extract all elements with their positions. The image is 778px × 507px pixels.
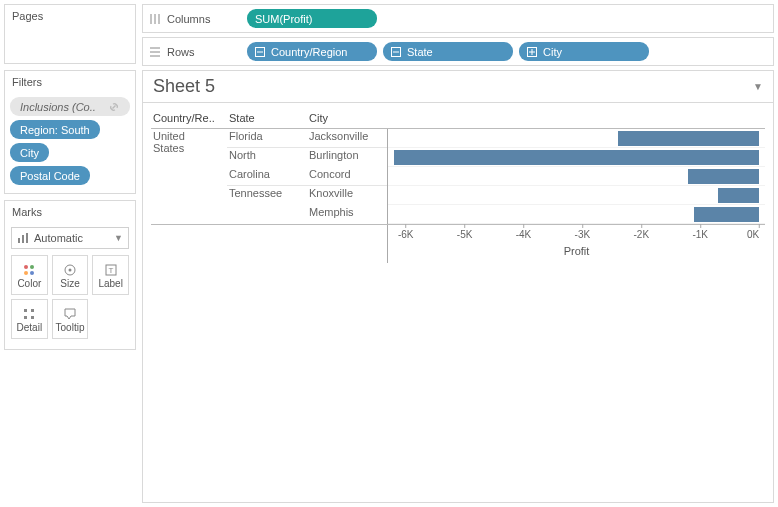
svg-point-5 <box>24 271 28 275</box>
pill-label: SUM(Profit) <box>255 13 312 25</box>
pill-label: State <box>407 46 433 58</box>
header-chart-spacer <box>387 109 765 129</box>
columns-label: Columns <box>167 13 210 25</box>
chart-bar-row <box>388 186 765 205</box>
detail-icon <box>22 306 36 322</box>
header-state[interactable]: State <box>227 109 307 129</box>
svg-rect-0 <box>18 238 20 243</box>
chart-bar[interactable] <box>694 207 759 222</box>
marks-label-button[interactable]: T Label <box>92 255 129 295</box>
sheet-dropdown-icon[interactable]: ▼ <box>753 81 763 92</box>
row-state-florida[interactable]: Florida <box>227 129 307 148</box>
sheet-title[interactable]: Sheet 5 <box>153 76 215 97</box>
row-country[interactable]: United States <box>151 129 227 224</box>
row-city-kno[interactable]: Knoxville <box>307 186 387 205</box>
row-state-tn[interactable]: Tennessee <box>227 186 307 224</box>
chart-bar-row <box>388 205 765 224</box>
header-city[interactable]: City <box>307 109 387 129</box>
filter-pill-inclusions[interactable]: Inclusions (Co.. <box>10 97 130 116</box>
axis-title: Profit <box>564 245 590 257</box>
svg-rect-1 <box>22 235 24 243</box>
axis-tick: -6K <box>398 225 414 240</box>
axis-tick: 0K <box>747 225 759 240</box>
axis-tick: -1K <box>692 225 708 240</box>
columns-pill-profit[interactable]: SUM(Profit) <box>247 9 377 28</box>
chart-bar-row <box>388 167 765 186</box>
axis-tick: -3K <box>575 225 591 240</box>
svg-rect-12 <box>31 309 34 312</box>
axis-tick: -2K <box>634 225 650 240</box>
filter-pill-postal[interactable]: Postal Code <box>10 166 90 185</box>
svg-point-8 <box>68 268 71 271</box>
marks-type-label: Automatic <box>34 232 83 244</box>
row-state-nc2[interactable]: Carolina <box>227 167 307 186</box>
chevron-down-icon: ▼ <box>114 233 123 243</box>
viz-card: Sheet 5 ▼ Country/Re.. State City United… <box>142 70 774 503</box>
tooltip-icon <box>63 306 77 322</box>
x-axis: Profit -6K-5K-4K-3K-2K-1K0K <box>387 225 765 263</box>
chart-bar[interactable] <box>718 188 759 203</box>
row-city-jax[interactable]: Jacksonville <box>307 129 387 148</box>
chart-bar-row <box>388 148 765 167</box>
pill-label: Country/Region <box>271 46 347 58</box>
chart-area[interactable] <box>387 129 765 224</box>
marks-title: Marks <box>5 201 135 223</box>
filter-pill-label: Inclusions (Co.. <box>20 101 96 113</box>
svg-point-3 <box>24 265 28 269</box>
rows-pill-state[interactable]: State <box>383 42 513 61</box>
plus-box-icon <box>527 47 537 57</box>
marks-cell-label: Color <box>17 278 41 289</box>
link-icon <box>108 101 120 113</box>
state-col: Florida North Carolina Tennessee <box>227 129 307 224</box>
filter-pill-label: Postal Code <box>20 170 80 182</box>
svg-rect-13 <box>24 316 27 319</box>
axis-tick: -4K <box>516 225 532 240</box>
marks-size-button[interactable]: Size <box>52 255 89 295</box>
rows-pill-country[interactable]: Country/Region <box>247 42 377 61</box>
rows-label: Rows <box>167 46 195 58</box>
svg-point-6 <box>30 271 34 275</box>
bar-chart-icon <box>17 233 29 243</box>
row-state-nc[interactable]: North <box>227 148 307 167</box>
pages-title: Pages <box>5 5 135 27</box>
svg-rect-2 <box>26 233 28 243</box>
marks-tooltip-button[interactable]: Tooltip <box>52 299 89 339</box>
filters-title: Filters <box>5 71 135 93</box>
filters-card: Filters Inclusions (Co.. Region: South C… <box>4 70 136 194</box>
svg-point-4 <box>30 265 34 269</box>
row-city-bur[interactable]: Burlington <box>307 148 387 167</box>
filter-pill-city[interactable]: City <box>10 143 49 162</box>
marks-cell-label: Detail <box>17 322 43 333</box>
color-icon <box>22 262 36 278</box>
svg-rect-11 <box>24 309 27 312</box>
filter-pill-label: Region: South <box>20 124 90 136</box>
svg-rect-14 <box>31 316 34 319</box>
axis-tick: -5K <box>457 225 473 240</box>
marks-cell-label: Label <box>98 278 122 289</box>
chart-bar-row <box>388 129 765 148</box>
row-city-mem[interactable]: Memphis <box>307 205 387 224</box>
rows-pill-city[interactable]: City <box>519 42 649 61</box>
marks-detail-button[interactable]: Detail <box>11 299 48 339</box>
marks-color-button[interactable]: Color <box>11 255 48 295</box>
marks-cell-label: Tooltip <box>56 322 85 333</box>
pill-label: City <box>543 46 562 58</box>
row-city-con[interactable]: Concord <box>307 167 387 186</box>
rows-icon <box>149 46 161 58</box>
columns-icon <box>149 13 161 25</box>
header-country[interactable]: Country/Re.. <box>151 109 227 129</box>
marks-card: Marks Automatic ▼ <box>4 200 136 350</box>
pages-card[interactable]: Pages <box>4 4 136 64</box>
size-icon <box>63 262 77 278</box>
svg-text:T: T <box>108 266 113 275</box>
chart-bar[interactable] <box>618 131 759 146</box>
marks-type-select[interactable]: Automatic ▼ <box>11 227 129 249</box>
columns-shelf[interactable]: Columns SUM(Profit) <box>142 4 774 33</box>
rows-shelf[interactable]: Rows Country/Region State City <box>142 37 774 66</box>
marks-cell-label: Size <box>60 278 79 289</box>
minus-box-icon <box>255 47 265 57</box>
minus-box-icon <box>391 47 401 57</box>
filter-pill-region[interactable]: Region: South <box>10 120 100 139</box>
chart-bar[interactable] <box>394 150 759 165</box>
chart-bar[interactable] <box>688 169 759 184</box>
